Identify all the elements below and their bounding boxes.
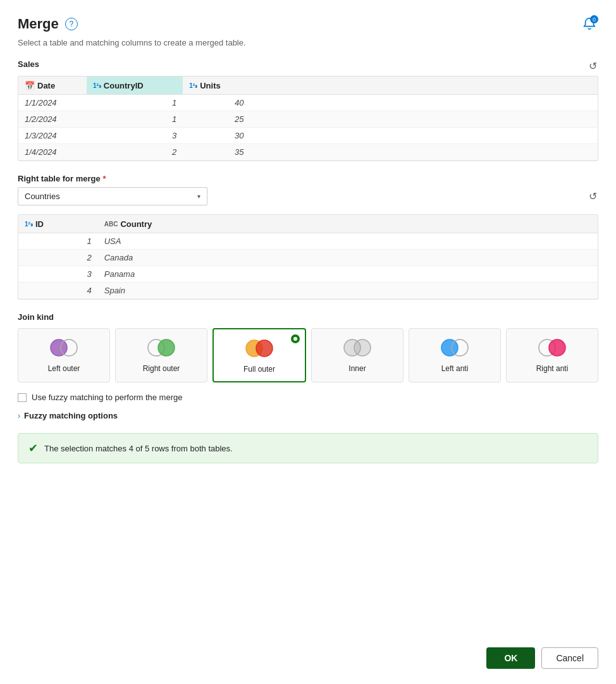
venn-diagram <box>342 338 373 358</box>
right-table-section: Right table for merge * Countries ▾ ↺ <box>18 174 598 211</box>
sales-date-label: Date <box>37 81 55 90</box>
sales-countryid-label: CountryID <box>104 81 144 90</box>
right-table-selected: Countries <box>25 192 60 201</box>
123-icon: 1²₃ <box>93 82 101 89</box>
join-card-left_outer[interactable]: Left outer <box>18 328 110 382</box>
table-row: 3Panama <box>18 266 598 283</box>
join-card-label: Full outer <box>243 365 275 374</box>
fuzzy-options-row[interactable]: › Fuzzy matching options <box>18 411 598 420</box>
selected-indicator <box>291 334 300 343</box>
table-row: 1/1/2024140 <box>18 95 598 111</box>
countries-id-label: ID <box>35 219 44 229</box>
sales-section-header: Sales ↺ <box>18 59 598 73</box>
check-icon: ✔ <box>28 441 38 455</box>
join-card-full_outer[interactable]: Full outer <box>213 328 306 382</box>
join-card-label: Inner <box>348 364 366 373</box>
notification-icon[interactable]: 0 <box>581 15 598 33</box>
sales-table: 📅 Date 1²₃ CountryID 1²₃ Units <box>18 76 598 161</box>
join-card-label: Left outer <box>48 364 80 373</box>
svg-point-0 <box>51 339 67 356</box>
fuzzy-checkbox-row: Use fuzzy matching to perform the merge <box>18 393 598 402</box>
status-banner: ✔ The selection matches 4 of 5 rows from… <box>18 433 598 463</box>
countries-country-label: Country <box>120 219 152 229</box>
sales-refresh-button[interactable]: ↺ <box>588 59 598 73</box>
footer-buttons: OK Cancel <box>18 641 598 669</box>
chevron-right-icon: › <box>18 412 20 420</box>
join-kind-section: Join kind Left outerRight outerFull oute… <box>18 312 598 382</box>
right-table-refresh-button[interactable]: ↺ <box>588 189 598 204</box>
venn-diagram <box>243 338 275 358</box>
svg-point-8 <box>441 339 458 356</box>
fuzzy-options-label: Fuzzy matching options <box>24 411 118 420</box>
countries-country-header[interactable]: ABC Country <box>98 215 250 233</box>
123-icon: 1²₃ <box>189 82 197 89</box>
join-card-right_anti[interactable]: Right anti <box>506 328 598 382</box>
table-row: 1USA <box>18 233 598 250</box>
sales-units-header[interactable]: 1²₃ Units <box>183 76 250 95</box>
calendar-icon: 📅 <box>25 81 35 90</box>
sales-units-label: Units <box>200 81 221 90</box>
right-table-dropdown-row: Countries ▾ ↺ <box>18 187 598 205</box>
venn-diagram <box>48 338 80 358</box>
join-kind-label: Join kind <box>18 312 598 322</box>
table-row: 2Canada <box>18 250 598 266</box>
help-icon[interactable]: ? <box>65 18 78 30</box>
table-row: 1/2/2024125 <box>18 111 598 128</box>
merge-dialog: Merge ? 0 Select a table and matching co… <box>0 0 616 684</box>
fuzzy-label: Use fuzzy matching to perform the merge <box>32 393 182 402</box>
join-card-inner[interactable]: Inner <box>311 328 403 382</box>
title-area: Merge ? <box>18 16 78 32</box>
svg-point-11 <box>549 339 565 356</box>
join-card-label: Left anti <box>441 364 469 373</box>
table-row: 1/3/2024330 <box>18 128 598 144</box>
countries-table: 1²₃ ID ABC Country 1USA2Canada3Panama4Sp… <box>18 214 598 300</box>
venn-diagram <box>536 338 568 358</box>
join-card-label: Right anti <box>536 364 569 373</box>
join-options: Left outerRight outerFull outerInnerLeft… <box>18 328 598 382</box>
countries-empty-col <box>250 215 598 233</box>
ok-button[interactable]: OK <box>486 647 535 669</box>
sales-date-header[interactable]: 📅 Date <box>18 76 87 95</box>
table-row: 1/4/2024235 <box>18 144 598 161</box>
join-card-label: Right outer <box>143 364 180 373</box>
abc-icon: ABC <box>104 221 118 228</box>
fuzzy-checkbox[interactable] <box>18 393 27 402</box>
notification-badge: 0 <box>590 15 598 23</box>
subtitle: Select a table and matching columns to c… <box>18 38 598 47</box>
countries-id-header[interactable]: 1²₃ ID <box>18 215 98 233</box>
cancel-button[interactable]: Cancel <box>541 647 598 669</box>
status-text: The selection matches 4 of 5 rows from b… <box>44 444 233 453</box>
right-table-dropdown[interactable]: Countries ▾ <box>18 187 207 205</box>
dialog-title: Merge <box>18 16 59 32</box>
right-table-label: Right table for merge * <box>18 174 598 183</box>
required-star: * <box>102 174 106 183</box>
123-icon: 1²₃ <box>25 221 33 228</box>
sales-empty-col <box>250 76 598 95</box>
venn-diagram <box>439 338 471 358</box>
join-card-right_outer[interactable]: Right outer <box>115 328 207 382</box>
join-card-left_anti[interactable]: Left anti <box>409 328 501 382</box>
table-row: 4Spain <box>18 283 598 299</box>
header: Merge ? 0 <box>18 15 598 33</box>
chevron-down-icon: ▾ <box>197 193 200 200</box>
svg-point-3 <box>158 339 175 356</box>
venn-diagram <box>145 338 177 358</box>
svg-point-5 <box>256 340 273 357</box>
svg-point-7 <box>354 339 371 356</box>
sales-label: Sales <box>18 59 39 69</box>
sales-countryid-header[interactable]: 1²₃ CountryID <box>87 76 183 95</box>
